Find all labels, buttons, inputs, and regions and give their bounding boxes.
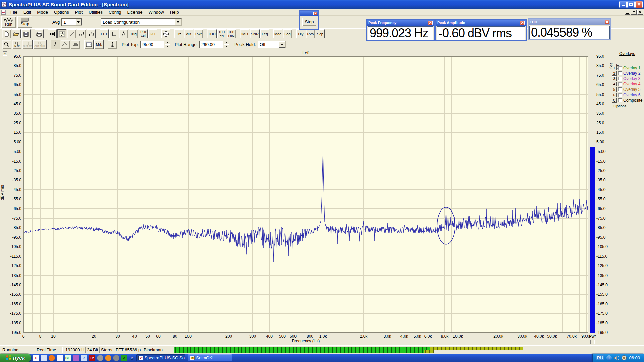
language-indicator[interactable]: RU (596, 355, 604, 360)
minimize-button[interactable] (619, 1, 627, 8)
toolbar-chevron[interactable]: » (131, 355, 133, 361)
print-button[interactable] (35, 29, 44, 38)
hide-icons-chevron[interactable]: ‹ (606, 355, 612, 361)
peak-hold-select[interactable]: Off (258, 41, 286, 48)
macro-button[interactable]: Mac (273, 29, 282, 38)
run-button[interactable]: Run (1, 16, 16, 28)
overlay-on-checkbox[interactable] (618, 98, 622, 102)
child-close-button[interactable] (637, 10, 643, 15)
opera-icon[interactable] (49, 355, 55, 361)
close-button[interactable] (520, 21, 525, 25)
save-button[interactable] (21, 29, 31, 38)
overlay-on-checkbox[interactable] (618, 93, 622, 97)
units-pwr-button[interactable]: Pwr (194, 29, 203, 38)
leq-button[interactable]: Leq (260, 29, 269, 38)
thd-titlebar[interactable]: THD (529, 19, 610, 25)
io-device-button[interactable]: I/O (148, 29, 157, 38)
trigger-button[interactable]: Trig (129, 29, 138, 38)
gif-converter-icon[interactable]: GIF (65, 355, 71, 361)
bar-plot-button[interactable] (71, 40, 80, 49)
overlay-on-checkbox[interactable] (618, 82, 622, 86)
close-button[interactable] (605, 20, 609, 24)
overlay-set-button[interactable]: 2 (612, 71, 617, 76)
phase-view-button[interactable] (67, 29, 76, 38)
notepad-icon[interactable] (57, 355, 63, 361)
filezilla-icon[interactable]: Fz (89, 355, 95, 361)
units-hz-button[interactable]: Hz (174, 29, 183, 38)
volume-icon[interactable] (614, 356, 619, 360)
snr-button[interactable]: SNR (250, 29, 260, 38)
device-icon[interactable] (97, 355, 103, 361)
menu-help[interactable]: Help (167, 9, 182, 15)
load-configuration-select[interactable]: Load Configuration (101, 18, 182, 26)
task-button-spectraplus[interactable]: SpectraPLUS-SC Sou... (136, 354, 185, 361)
overlay-set-button[interactable]: 5 (612, 87, 617, 92)
media-player-icon[interactable] (73, 355, 79, 361)
menu-window[interactable]: Window (145, 9, 167, 15)
child-minimize-button[interactable] (625, 10, 630, 15)
delay-button[interactable]: Dly (296, 29, 305, 38)
zoom-button[interactable] (2, 40, 11, 49)
playback-button[interactable] (48, 29, 57, 38)
avz-icon[interactable]: A (121, 355, 127, 361)
spectrum-plot[interactable] (23, 56, 588, 333)
overlay-on-checkbox[interactable] (618, 77, 622, 81)
narrowband-plot-button[interactable] (51, 40, 60, 49)
overlay-on-checkbox[interactable] (618, 87, 622, 92)
menu-config[interactable]: Config (106, 9, 124, 15)
marker-button[interactable]: Mrk (94, 40, 104, 49)
child-restore-button[interactable] (631, 10, 637, 15)
thd-n-button[interactable]: THD +N (217, 29, 226, 38)
winamp-icon[interactable] (105, 355, 111, 361)
menu-options[interactable]: Options (51, 9, 72, 15)
overlay-set-button[interactable]: 6 (612, 93, 617, 97)
menu-file[interactable]: File (7, 9, 20, 15)
close-button[interactable] (428, 21, 433, 25)
overlay-on-checkbox[interactable] (618, 66, 622, 70)
ebay-icon[interactable]: e (33, 355, 39, 361)
chevron-down-icon[interactable] (279, 41, 285, 48)
thd-freq-button[interactable]: THD Freq (227, 29, 236, 38)
menu-mode[interactable]: Mode (34, 9, 51, 15)
units-db-button[interactable]: dB (184, 29, 193, 38)
plot-range-spinner[interactable] (224, 41, 229, 48)
menu-license[interactable]: License (124, 9, 146, 15)
thd-button[interactable]: THD (207, 29, 217, 38)
overlay-set-button[interactable]: 4 (612, 82, 617, 86)
floating-stop-button[interactable]: Stop (302, 18, 316, 26)
start-button[interactable]: пуск (0, 354, 31, 362)
logging-button[interactable]: Log (283, 29, 292, 38)
reverb-button[interactable]: Rvb (306, 29, 315, 38)
y-range-button[interactable] (108, 40, 117, 49)
run-control-button[interactable]: Run Ctrl (139, 29, 148, 38)
overlay-set-button[interactable]: 3 (612, 76, 617, 81)
menu-utilities[interactable]: Utilities (86, 9, 106, 15)
stop-button[interactable]: Stop (17, 16, 32, 28)
overlay-set-button[interactable]: C (612, 98, 617, 103)
chevron-down-icon[interactable] (75, 19, 82, 25)
power-bar-option-box[interactable]: - (590, 340, 595, 344)
spectrogram-view-button[interactable] (77, 29, 86, 38)
zoom-out-full-button[interactable]: OUT FULL (33, 40, 47, 49)
show-desktop-icon[interactable] (41, 355, 47, 361)
stop-window-titlebar[interactable] (300, 11, 318, 16)
overlay-set-button[interactable]: 1 (612, 66, 617, 70)
close-button[interactable] (313, 12, 317, 15)
new-button[interactable] (2, 29, 11, 38)
overlays-options-button[interactable]: Options... (611, 103, 632, 109)
fft-settings-button[interactable]: FFT (100, 29, 109, 38)
maximize-button[interactable] (627, 1, 635, 8)
display-options-button[interactable] (84, 40, 94, 49)
usb-device-icon[interactable] (113, 355, 119, 361)
task-button-snimok[interactable]: SnimOK! (188, 354, 232, 361)
close-button[interactable] (635, 1, 643, 8)
plot-top-input[interactable]: 95.00 (140, 41, 164, 48)
octave-plot-button[interactable] (61, 40, 70, 49)
chevron-down-icon[interactable] (175, 19, 181, 25)
scaling-button[interactable] (109, 29, 118, 38)
avg-select[interactable]: 1 (61, 18, 82, 26)
plot-top-spinner[interactable] (165, 41, 170, 48)
overlay-on-checkbox[interactable] (618, 71, 622, 75)
peak-frequency-titlebar[interactable]: Peak Frequency (367, 20, 434, 26)
calibration-button[interactable] (119, 29, 128, 38)
